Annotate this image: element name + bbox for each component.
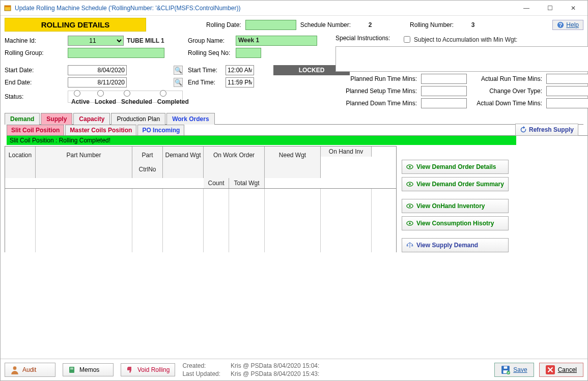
book-icon (68, 366, 76, 374)
actual-down-label: Actual Down Time Mins: (471, 100, 542, 107)
change-over-label: Change Over Type: (471, 87, 542, 95)
col-count[interactable]: Count (204, 178, 229, 188)
svg-rect-14 (70, 368, 73, 368)
rolling-group-field[interactable] (68, 48, 164, 58)
rolling-number-value: 3 (458, 21, 488, 28)
tab-production-plan[interactable]: Production Plan (111, 113, 165, 125)
end-time-label: End Time: (188, 79, 223, 86)
eye-icon (406, 182, 413, 187)
created-value: Kris @ PSData 8/04/2020 15:04: (231, 362, 319, 369)
status-scheduled[interactable]: Scheduled (121, 89, 152, 105)
planned-run-field[interactable] (421, 74, 467, 84)
machine-name: TUBE MILL 1 (127, 37, 164, 44)
updated-label: Last Updated: (182, 370, 220, 377)
tab-supply[interactable]: Supply (41, 113, 72, 125)
view-demand-summary-button[interactable]: View Demand Order Summary (402, 177, 509, 191)
svg-point-9 (409, 205, 411, 207)
created-label: Created: (182, 362, 220, 369)
status-message-bar: Slit Coil Position : Rolling Completed! (7, 136, 516, 145)
tab-demand[interactable]: Demand (5, 113, 40, 125)
view-consumption-button[interactable]: View Consumption Hisotry (402, 216, 509, 230)
cancel-icon (546, 365, 555, 374)
end-date-lookup[interactable]: 🔍 (174, 78, 183, 87)
actual-down-field[interactable] (546, 98, 588, 108)
status-locked[interactable]: Locked (95, 89, 116, 105)
col-need[interactable]: Need Wgt (265, 146, 321, 178)
start-date-field[interactable] (68, 65, 127, 75)
svg-text:?: ? (559, 21, 562, 27)
end-time-field[interactable] (226, 77, 254, 87)
col-partno[interactable]: Part Number (36, 146, 132, 178)
rolling-date-field[interactable] (245, 20, 296, 30)
minimize-button[interactable]: — (515, 2, 538, 14)
rolling-number-label: Rolling Number: (410, 21, 454, 28)
start-time-label: Start Time: (188, 67, 223, 74)
start-time-field[interactable] (226, 65, 254, 75)
group-name-field[interactable]: Week 1 (236, 36, 317, 46)
planned-setup-field[interactable] (421, 86, 467, 96)
refresh-supply-button[interactable]: Refresh Supply (515, 124, 578, 136)
actual-run-field[interactable] (546, 74, 588, 84)
view-onhand-button[interactable]: View OnHand Inventory (402, 199, 509, 213)
view-supply-demand-button[interactable]: View Supply Demand (402, 238, 509, 252)
col-onhand[interactable]: On Hand Inv (321, 146, 372, 157)
start-date-label: Start Date: (5, 67, 66, 74)
audit-button[interactable]: Audit (5, 363, 55, 377)
special-instr-text[interactable] (335, 46, 588, 72)
tab-work-orders[interactable]: Work Orders (166, 113, 214, 125)
schedule-number-label: Schedule Number: (300, 21, 351, 28)
eye-icon (406, 203, 413, 209)
svg-rect-18 (504, 366, 508, 369)
col-demand[interactable]: Demand Wgt (163, 146, 204, 178)
planned-setup-label: Planned Setup Time Mins: (335, 87, 417, 95)
end-date-field[interactable] (68, 77, 127, 87)
subtab-slit-coil[interactable]: Slit Coil Position (7, 125, 64, 135)
special-instr-label: Special Instructions: (335, 35, 397, 42)
end-date-label: End Date: (5, 79, 66, 86)
change-over-field[interactable] (546, 86, 588, 96)
close-button[interactable]: ✕ (562, 2, 584, 14)
tab-capacity[interactable]: Capacity (73, 113, 110, 125)
rolling-group-label: Rolling Group: (5, 49, 66, 56)
rolling-seq-field[interactable] (236, 48, 261, 58)
schedule-number-value: 2 (355, 21, 385, 28)
balance-icon (406, 242, 413, 248)
help-label: Help (566, 21, 579, 28)
status-active[interactable]: Active (71, 89, 90, 105)
actual-run-label: Actual Run Time Mins: (471, 75, 542, 82)
help-icon: ? (557, 21, 564, 28)
subtab-master-coils[interactable]: Master Coils Position (65, 125, 136, 135)
start-date-lookup[interactable]: 🔍 (174, 66, 183, 75)
svg-rect-1 (5, 6, 11, 7)
refresh-icon (520, 126, 527, 133)
subject-accum-checkbox[interactable]: Subject to Accumulation with Min Wgt: (402, 35, 517, 44)
save-icon (501, 365, 510, 374)
sub-tabs: Slit Coil Position Master Coils Position… (7, 125, 587, 136)
planned-down-label: Planned Down Time Mins: (335, 100, 417, 107)
col-location[interactable]: Location (5, 146, 36, 178)
main-tabs: Demand Supply Capacity Production Plan W… (5, 112, 583, 125)
memos-button[interactable]: Memos (63, 363, 114, 376)
machine-id-select[interactable]: 11 (68, 36, 124, 46)
planned-down-field[interactable] (421, 98, 467, 108)
subtab-po-incoming[interactable]: PO Incoming (137, 125, 184, 135)
save-button[interactable]: Save (494, 363, 534, 377)
refresh-label: Refresh Supply (529, 126, 574, 133)
grid-body[interactable] (5, 189, 396, 252)
col-onwo[interactable]: On Work Order (204, 146, 265, 178)
col-total[interactable]: Total Wgt (229, 178, 265, 188)
group-name-label: Group Name: (188, 37, 234, 44)
help-button[interactable]: ? Help (552, 20, 583, 30)
col-ctrl[interactable]: Part CtrlNo (132, 146, 163, 178)
status-completed[interactable]: Completed (157, 89, 189, 105)
void-rolling-button[interactable]: Void Rolling (121, 363, 175, 376)
rolling-date-label: Rolling Date: (206, 21, 241, 28)
cancel-button[interactable]: Cancel (539, 363, 583, 377)
maximize-button[interactable]: ☐ (539, 2, 561, 14)
view-demand-details-button[interactable]: View Demand Order Details (402, 160, 509, 174)
svg-point-5 (409, 166, 411, 168)
slit-coil-grid[interactable]: Location Part Number Part CtrlNo Demand … (5, 146, 397, 252)
footer: Audit Memos Void Rolling Created: Kris @… (1, 359, 587, 380)
window-title: Update Rolling Machine Schedule ('Rollin… (15, 5, 515, 12)
thumbs-down-icon (126, 366, 134, 374)
